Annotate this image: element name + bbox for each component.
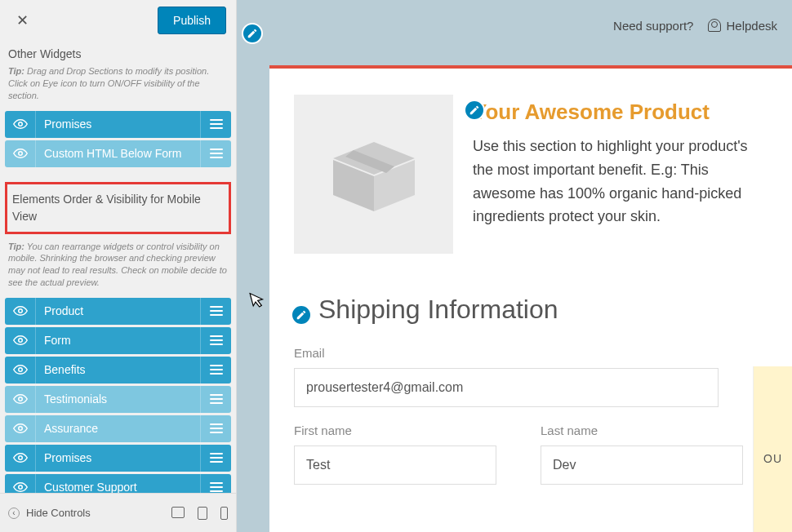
svg-point-7 — [18, 456, 22, 460]
eye-toggle[interactable] — [5, 327, 36, 354]
drag-handle[interactable] — [200, 415, 231, 442]
eye-toggle[interactable] — [5, 386, 36, 413]
hamburger-icon — [210, 365, 223, 375]
widget-label: Benefits — [36, 363, 200, 376]
svg-point-3 — [18, 339, 22, 343]
drag-handle[interactable] — [200, 474, 231, 493]
pencil-icon — [296, 309, 307, 321]
sidebar-footer: ‹ Hide Controls — [0, 493, 236, 532]
widget-row-customer-support[interactable]: Customer Support — [5, 474, 231, 493]
hamburger-icon — [210, 394, 223, 404]
tip-prefix: Tip: — [8, 66, 24, 76]
topbar: Need support? Helpdesk — [237, 0, 792, 51]
svg-point-0 — [18, 122, 22, 126]
hide-controls-button[interactable]: ‹ Hide Controls — [8, 507, 91, 519]
svg-point-4 — [18, 368, 22, 372]
widget-row-promises[interactable]: Promises — [5, 111, 231, 138]
close-icon[interactable]: ✕ — [10, 8, 35, 33]
sidebar-body: Other Widgets Tip: Drag and Drop Section… — [0, 41, 236, 493]
need-support-link[interactable]: Need support? — [613, 19, 693, 33]
drag-handle[interactable] — [200, 386, 231, 413]
svg-point-8 — [18, 485, 22, 490]
hide-controls-label: Hide Controls — [26, 507, 91, 519]
form-group-first-name: First name — [294, 423, 521, 485]
shipping-block: Shipping Information Email First name La… — [269, 286, 792, 525]
shipping-title: Shipping Information — [318, 295, 768, 325]
eye-icon — [13, 392, 28, 406]
device-switcher — [171, 507, 228, 520]
widget-row-custom-html-below-form[interactable]: Custom HTML Below Form — [5, 140, 231, 167]
hamburger-icon — [210, 335, 223, 345]
first-name-field[interactable] — [294, 446, 496, 485]
eye-toggle[interactable] — [5, 445, 36, 472]
helpdesk-link[interactable]: Helpdesk — [708, 19, 777, 33]
tip-text: You can rearrange widgets or control vis… — [8, 242, 227, 288]
product-description: Use this section to highlight your produ… — [473, 135, 768, 228]
product-title: Your Awesome Product — [473, 100, 768, 125]
desktop-icon[interactable] — [171, 507, 185, 518]
eye-icon — [13, 450, 28, 465]
first-name-label: First name — [294, 423, 521, 437]
widget-row-benefits[interactable]: Benefits — [5, 357, 231, 383]
mobile-order-heading-box: Elements Order & Visibility for Mobile V… — [5, 182, 231, 234]
edit-product-button[interactable] — [464, 100, 485, 121]
widget-row-assurance[interactable]: Assurance — [5, 415, 231, 442]
side-yellow-panel: OU — [753, 366, 792, 532]
eye-icon — [13, 117, 28, 131]
drag-handle[interactable] — [200, 111, 231, 138]
hamburger-icon — [210, 453, 223, 463]
box-icon — [325, 134, 423, 215]
widget-label: Testimonials — [36, 392, 200, 406]
widget-row-form[interactable]: Form — [5, 327, 231, 354]
eye-toggle[interactable] — [5, 415, 36, 442]
eye-icon — [13, 333, 28, 348]
widget-row-testimonials[interactable]: Testimonials — [5, 386, 231, 413]
eye-icon — [13, 362, 28, 377]
eye-toggle[interactable] — [5, 357, 36, 383]
phone-icon[interactable] — [220, 507, 228, 520]
form-group-last-name: Last name — [541, 423, 768, 485]
widget-row-product[interactable]: Product — [5, 298, 231, 325]
eye-icon — [13, 146, 28, 161]
main-preview: Need support? Helpdesk — [237, 0, 792, 532]
eye-toggle[interactable] — [5, 111, 36, 138]
edit-shipping-button[interactable] — [291, 304, 312, 326]
widget-label: Form — [36, 334, 200, 347]
publish-button[interactable]: Publish — [158, 7, 226, 34]
drag-handle[interactable] — [200, 140, 231, 167]
widget-row-promises[interactable]: Promises — [5, 445, 231, 472]
email-label: Email — [294, 346, 719, 360]
last-name-label: Last name — [541, 423, 768, 437]
sidebar: ✕ Publish Other Widgets Tip: Drag and Dr… — [0, 0, 237, 532]
hamburger-icon — [210, 306, 223, 316]
eye-icon — [13, 421, 28, 436]
tip-mobile: Tip: You can rearrange widgets or contro… — [5, 239, 231, 295]
pencil-icon — [247, 28, 258, 39]
eye-icon — [13, 304, 28, 318]
svg-point-2 — [18, 309, 22, 313]
email-field[interactable] — [294, 368, 719, 407]
eye-toggle[interactable] — [5, 298, 36, 325]
svg-point-6 — [18, 427, 22, 431]
edit-page-button[interactable] — [242, 23, 263, 44]
pencil-icon — [469, 104, 480, 116]
drag-handle[interactable] — [200, 298, 231, 325]
tablet-icon[interactable] — [198, 507, 207, 520]
hamburger-icon — [210, 423, 223, 433]
mobile-order-heading: Elements Order & Visibility for Mobile V… — [12, 191, 224, 225]
drag-handle[interactable] — [200, 327, 231, 354]
eye-toggle[interactable] — [5, 474, 36, 493]
person-icon — [708, 19, 721, 32]
widget-label: Assurance — [36, 422, 200, 435]
widget-label: Promises — [36, 451, 200, 464]
drag-handle[interactable] — [200, 445, 231, 472]
widget-label: Customer Support — [36, 481, 200, 493]
drag-handle[interactable] — [200, 357, 231, 383]
hamburger-icon — [210, 482, 223, 492]
hamburger-icon — [210, 119, 223, 129]
svg-point-1 — [18, 152, 22, 156]
eye-toggle[interactable] — [5, 140, 36, 167]
tip-prefix: Tip: — [8, 242, 24, 251]
last-name-field[interactable] — [541, 446, 743, 485]
widget-label: Promises — [36, 117, 200, 131]
